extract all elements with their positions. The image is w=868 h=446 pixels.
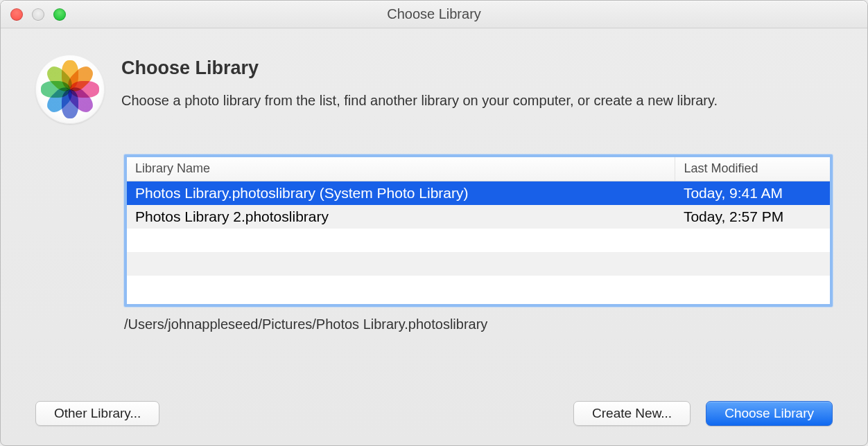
header-text: Choose Library Choose a photo library fr… xyxy=(121,55,718,124)
column-header-modified[interactable]: Last Modified xyxy=(675,157,830,181)
titlebar: Choose Library xyxy=(1,1,867,28)
choose-library-window: Choose Library Choose Library Choose a p… xyxy=(0,0,868,446)
zoom-window-button[interactable] xyxy=(53,8,66,21)
table-row[interactable]: Photos Library 2.photoslibraryToday, 2:5… xyxy=(127,205,830,229)
header-row: Choose Library Choose a photo library fr… xyxy=(35,55,833,124)
content-area: Choose Library Choose a photo library fr… xyxy=(1,28,867,445)
other-library-button[interactable]: Other Library... xyxy=(35,401,159,426)
table-row[interactable] xyxy=(127,252,830,276)
dialog-heading: Choose Library xyxy=(121,57,718,79)
close-window-button[interactable] xyxy=(10,8,23,21)
library-table[interactable]: Library Name Last Modified Photos Librar… xyxy=(124,154,833,307)
library-name-cell: Photos Library 2.photoslibrary xyxy=(127,205,675,229)
table-row[interactable]: Photos Library.photoslibrary (System Pho… xyxy=(127,181,830,206)
window-title: Choose Library xyxy=(1,6,867,22)
library-name-cell: Photos Library.photoslibrary (System Pho… xyxy=(127,181,675,206)
table-row[interactable] xyxy=(127,229,830,252)
last-modified-cell: Today, 9:41 AM xyxy=(675,181,830,206)
choose-library-button[interactable]: Choose Library xyxy=(706,401,833,426)
selected-library-path: /Users/johnappleseed/Pictures/Photos Lib… xyxy=(124,316,833,332)
create-new-button[interactable]: Create New... xyxy=(573,401,691,426)
footer: Other Library... Create New... Choose Li… xyxy=(35,401,833,426)
dialog-description: Choose a photo library from the list, fi… xyxy=(121,93,718,109)
library-table-area: Library Name Last Modified Photos Librar… xyxy=(124,154,833,332)
minimize-window-button[interactable] xyxy=(32,8,44,21)
traffic-lights xyxy=(10,8,66,21)
photos-app-icon xyxy=(35,55,105,124)
last-modified-cell: Today, 2:57 PM xyxy=(675,205,830,229)
column-header-name[interactable]: Library Name xyxy=(127,157,675,181)
